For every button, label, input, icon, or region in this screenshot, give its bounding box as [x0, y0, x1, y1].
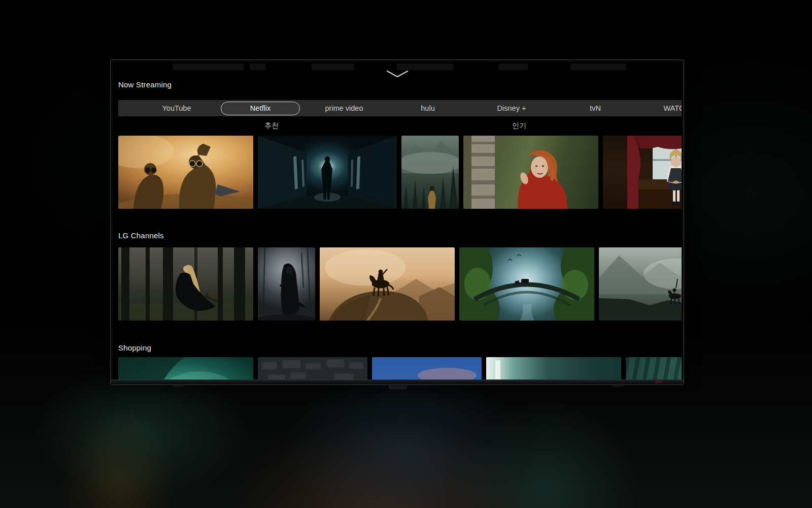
red-hood-art [463, 136, 598, 209]
canyon-bridge-art [459, 247, 594, 321]
mountain-rider-art [599, 247, 682, 321]
group-label-popular: 인기 [512, 121, 526, 131]
card-mountain-rider[interactable] [599, 247, 682, 321]
tab-hulu[interactable]: hulu [386, 100, 469, 116]
ghost-tile [250, 64, 266, 70]
card-misty-forest-walker[interactable] [401, 136, 459, 209]
brand-mark [655, 381, 662, 383]
tab-youtube[interactable]: YouTube [135, 100, 218, 116]
tv-foot-right [612, 386, 623, 387]
card-canyon-bridge-carriage[interactable] [459, 247, 594, 321]
ghost-tile [570, 64, 626, 70]
tv-frame: Now Streaming YouTube Netflix prime vide… [110, 59, 684, 385]
row-title-shopping: Shopping [118, 343, 151, 352]
tab-watcha[interactable]: WATCHA [637, 100, 682, 116]
row-shopping [118, 357, 682, 379]
app-tab-bar: YouTube Netflix prime video hulu Disney … [118, 100, 682, 116]
blue-sky-art [372, 357, 482, 379]
card-hooded-reaper[interactable] [258, 247, 315, 321]
dark-tunnel-art [258, 136, 397, 209]
card-dark-tunnel-figure[interactable] [258, 136, 397, 209]
row-now-streaming [118, 136, 682, 209]
tab-disney-plus[interactable]: Disney + [470, 100, 553, 116]
card-desert-riders[interactable] [118, 136, 253, 209]
horseman-art [320, 247, 455, 321]
teal-forest-art [118, 357, 253, 379]
row-title-lg-channels: LG Channels [118, 231, 164, 240]
tv-stand [389, 386, 407, 389]
forest-witch-art [118, 247, 253, 321]
stone-arch-art [258, 357, 367, 379]
tab-tvn[interactable]: tvN [554, 100, 637, 116]
misty-forest-art [401, 136, 459, 209]
card-woman-in-black-forest[interactable] [118, 247, 253, 321]
card-red-hooded-woman[interactable] [463, 136, 598, 209]
tab-prime-video[interactable]: prime video [302, 100, 386, 116]
page-title: Now Streaming [118, 80, 172, 89]
stream-texture [626, 357, 682, 379]
tv-screen: Now Streaming YouTube Netflix prime vide… [113, 62, 682, 379]
row-lg-channels [118, 247, 682, 321]
card-child-at-window[interactable] [603, 136, 682, 209]
card-pale-lakeshore[interactable] [486, 357, 621, 379]
ghost-tile [173, 64, 244, 70]
ghost-tile [312, 64, 354, 70]
reaper-art [258, 247, 315, 321]
tv-foot-left [173, 386, 184, 387]
lakeshore-art [486, 357, 621, 379]
window-child-art [603, 136, 682, 209]
tv-chin-bezel [111, 379, 684, 385]
tab-netflix[interactable]: Netflix [219, 100, 302, 116]
card-stone-arch[interactable] [258, 357, 367, 379]
room-scene: Now Streaming YouTube Netflix prime vide… [0, 0, 812, 508]
ghost-tile [498, 64, 528, 70]
card-horseman-on-dune[interactable] [320, 247, 455, 321]
card-blue-sky[interactable] [372, 357, 482, 379]
desert-riders-art [118, 136, 253, 209]
card-teal-forest[interactable] [118, 357, 253, 379]
card-dark-teal-stream[interactable] [626, 357, 682, 379]
chevron-down-icon[interactable] [386, 70, 409, 78]
group-label-recommended: 추천 [264, 121, 279, 131]
